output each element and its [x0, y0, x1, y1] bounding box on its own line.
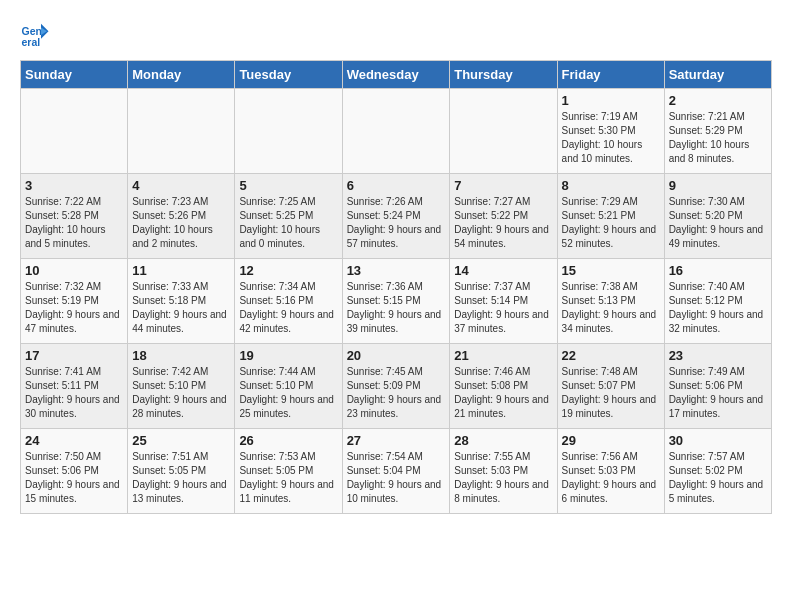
day-cell-18: 18Sunrise: 7:42 AM Sunset: 5:10 PM Dayli… [128, 344, 235, 429]
day-number: 9 [669, 178, 767, 193]
day-cell-25: 25Sunrise: 7:51 AM Sunset: 5:05 PM Dayli… [128, 429, 235, 514]
day-info: Sunrise: 7:29 AM Sunset: 5:21 PM Dayligh… [562, 195, 660, 251]
day-cell-20: 20Sunrise: 7:45 AM Sunset: 5:09 PM Dayli… [342, 344, 450, 429]
day-info: Sunrise: 7:57 AM Sunset: 5:02 PM Dayligh… [669, 450, 767, 506]
day-number: 25 [132, 433, 230, 448]
week-row-4: 17Sunrise: 7:41 AM Sunset: 5:11 PM Dayli… [21, 344, 772, 429]
svg-text:eral: eral [22, 36, 41, 48]
day-number: 21 [454, 348, 552, 363]
weekday-header-tuesday: Tuesday [235, 61, 342, 89]
day-cell-22: 22Sunrise: 7:48 AM Sunset: 5:07 PM Dayli… [557, 344, 664, 429]
day-info: Sunrise: 7:48 AM Sunset: 5:07 PM Dayligh… [562, 365, 660, 421]
day-cell-1: 1Sunrise: 7:19 AM Sunset: 5:30 PM Daylig… [557, 89, 664, 174]
weekday-header-saturday: Saturday [664, 61, 771, 89]
day-info: Sunrise: 7:49 AM Sunset: 5:06 PM Dayligh… [669, 365, 767, 421]
day-info: Sunrise: 7:30 AM Sunset: 5:20 PM Dayligh… [669, 195, 767, 251]
day-info: Sunrise: 7:51 AM Sunset: 5:05 PM Dayligh… [132, 450, 230, 506]
day-number: 11 [132, 263, 230, 278]
day-number: 20 [347, 348, 446, 363]
day-cell-4: 4Sunrise: 7:23 AM Sunset: 5:26 PM Daylig… [128, 174, 235, 259]
week-row-3: 10Sunrise: 7:32 AM Sunset: 5:19 PM Dayli… [21, 259, 772, 344]
day-number: 29 [562, 433, 660, 448]
day-number: 30 [669, 433, 767, 448]
day-info: Sunrise: 7:53 AM Sunset: 5:05 PM Dayligh… [239, 450, 337, 506]
day-info: Sunrise: 7:27 AM Sunset: 5:22 PM Dayligh… [454, 195, 552, 251]
day-info: Sunrise: 7:34 AM Sunset: 5:16 PM Dayligh… [239, 280, 337, 336]
day-number: 1 [562, 93, 660, 108]
day-cell-30: 30Sunrise: 7:57 AM Sunset: 5:02 PM Dayli… [664, 429, 771, 514]
day-cell-23: 23Sunrise: 7:49 AM Sunset: 5:06 PM Dayli… [664, 344, 771, 429]
day-number: 19 [239, 348, 337, 363]
day-number: 2 [669, 93, 767, 108]
day-cell-12: 12Sunrise: 7:34 AM Sunset: 5:16 PM Dayli… [235, 259, 342, 344]
day-number: 10 [25, 263, 123, 278]
day-info: Sunrise: 7:55 AM Sunset: 5:03 PM Dayligh… [454, 450, 552, 506]
week-row-2: 3Sunrise: 7:22 AM Sunset: 5:28 PM Daylig… [21, 174, 772, 259]
day-cell-16: 16Sunrise: 7:40 AM Sunset: 5:12 PM Dayli… [664, 259, 771, 344]
day-info: Sunrise: 7:22 AM Sunset: 5:28 PM Dayligh… [25, 195, 123, 251]
day-cell-13: 13Sunrise: 7:36 AM Sunset: 5:15 PM Dayli… [342, 259, 450, 344]
calendar-table: SundayMondayTuesdayWednesdayThursdayFrid… [20, 60, 772, 514]
day-cell-2: 2Sunrise: 7:21 AM Sunset: 5:29 PM Daylig… [664, 89, 771, 174]
weekday-header-friday: Friday [557, 61, 664, 89]
day-number: 5 [239, 178, 337, 193]
day-info: Sunrise: 7:36 AM Sunset: 5:15 PM Dayligh… [347, 280, 446, 336]
header-row: SundayMondayTuesdayWednesdayThursdayFrid… [21, 61, 772, 89]
day-number: 16 [669, 263, 767, 278]
logo: Gen eral [20, 20, 54, 50]
day-cell-5: 5Sunrise: 7:25 AM Sunset: 5:25 PM Daylig… [235, 174, 342, 259]
day-cell-14: 14Sunrise: 7:37 AM Sunset: 5:14 PM Dayli… [450, 259, 557, 344]
day-number: 3 [25, 178, 123, 193]
day-number: 17 [25, 348, 123, 363]
day-number: 6 [347, 178, 446, 193]
day-info: Sunrise: 7:50 AM Sunset: 5:06 PM Dayligh… [25, 450, 123, 506]
day-info: Sunrise: 7:42 AM Sunset: 5:10 PM Dayligh… [132, 365, 230, 421]
week-row-1: 1Sunrise: 7:19 AM Sunset: 5:30 PM Daylig… [21, 89, 772, 174]
day-info: Sunrise: 7:41 AM Sunset: 5:11 PM Dayligh… [25, 365, 123, 421]
day-number: 28 [454, 433, 552, 448]
weekday-header-thursday: Thursday [450, 61, 557, 89]
day-cell-10: 10Sunrise: 7:32 AM Sunset: 5:19 PM Dayli… [21, 259, 128, 344]
day-cell-7: 7Sunrise: 7:27 AM Sunset: 5:22 PM Daylig… [450, 174, 557, 259]
calendar-body: 1Sunrise: 7:19 AM Sunset: 5:30 PM Daylig… [21, 89, 772, 514]
day-info: Sunrise: 7:19 AM Sunset: 5:30 PM Dayligh… [562, 110, 660, 166]
day-info: Sunrise: 7:56 AM Sunset: 5:03 PM Dayligh… [562, 450, 660, 506]
day-number: 23 [669, 348, 767, 363]
empty-cell [235, 89, 342, 174]
day-info: Sunrise: 7:44 AM Sunset: 5:10 PM Dayligh… [239, 365, 337, 421]
day-info: Sunrise: 7:45 AM Sunset: 5:09 PM Dayligh… [347, 365, 446, 421]
day-number: 27 [347, 433, 446, 448]
day-number: 14 [454, 263, 552, 278]
day-cell-26: 26Sunrise: 7:53 AM Sunset: 5:05 PM Dayli… [235, 429, 342, 514]
day-cell-21: 21Sunrise: 7:46 AM Sunset: 5:08 PM Dayli… [450, 344, 557, 429]
day-number: 15 [562, 263, 660, 278]
day-cell-8: 8Sunrise: 7:29 AM Sunset: 5:21 PM Daylig… [557, 174, 664, 259]
calendar-header: SundayMondayTuesdayWednesdayThursdayFrid… [21, 61, 772, 89]
logo-icon: Gen eral [20, 20, 50, 50]
day-number: 24 [25, 433, 123, 448]
day-info: Sunrise: 7:46 AM Sunset: 5:08 PM Dayligh… [454, 365, 552, 421]
day-number: 13 [347, 263, 446, 278]
day-number: 4 [132, 178, 230, 193]
day-info: Sunrise: 7:38 AM Sunset: 5:13 PM Dayligh… [562, 280, 660, 336]
day-info: Sunrise: 7:26 AM Sunset: 5:24 PM Dayligh… [347, 195, 446, 251]
day-cell-24: 24Sunrise: 7:50 AM Sunset: 5:06 PM Dayli… [21, 429, 128, 514]
weekday-header-wednesday: Wednesday [342, 61, 450, 89]
day-number: 18 [132, 348, 230, 363]
day-cell-17: 17Sunrise: 7:41 AM Sunset: 5:11 PM Dayli… [21, 344, 128, 429]
day-cell-27: 27Sunrise: 7:54 AM Sunset: 5:04 PM Dayli… [342, 429, 450, 514]
day-info: Sunrise: 7:40 AM Sunset: 5:12 PM Dayligh… [669, 280, 767, 336]
empty-cell [450, 89, 557, 174]
day-cell-6: 6Sunrise: 7:26 AM Sunset: 5:24 PM Daylig… [342, 174, 450, 259]
day-info: Sunrise: 7:23 AM Sunset: 5:26 PM Dayligh… [132, 195, 230, 251]
day-cell-3: 3Sunrise: 7:22 AM Sunset: 5:28 PM Daylig… [21, 174, 128, 259]
day-cell-19: 19Sunrise: 7:44 AM Sunset: 5:10 PM Dayli… [235, 344, 342, 429]
week-row-5: 24Sunrise: 7:50 AM Sunset: 5:06 PM Dayli… [21, 429, 772, 514]
day-info: Sunrise: 7:25 AM Sunset: 5:25 PM Dayligh… [239, 195, 337, 251]
day-info: Sunrise: 7:21 AM Sunset: 5:29 PM Dayligh… [669, 110, 767, 166]
day-info: Sunrise: 7:37 AM Sunset: 5:14 PM Dayligh… [454, 280, 552, 336]
header: Gen eral [20, 20, 772, 50]
day-info: Sunrise: 7:33 AM Sunset: 5:18 PM Dayligh… [132, 280, 230, 336]
day-number: 22 [562, 348, 660, 363]
empty-cell [21, 89, 128, 174]
